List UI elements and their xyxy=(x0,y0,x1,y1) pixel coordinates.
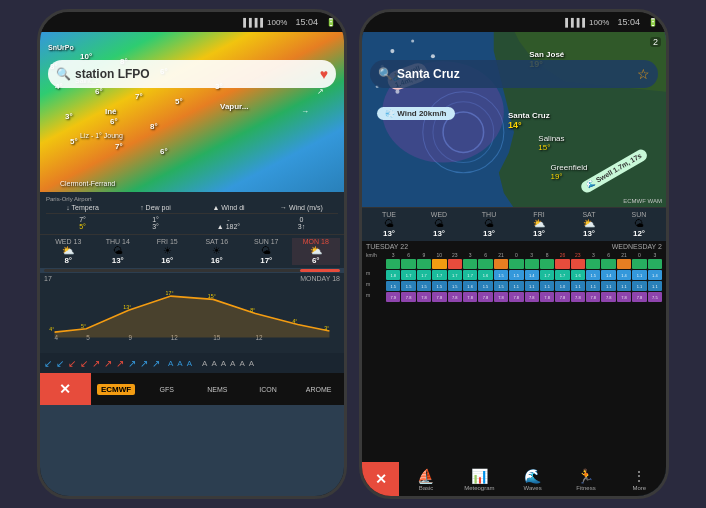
cell-1-3 xyxy=(417,259,431,269)
cell-1-9 xyxy=(509,259,523,269)
cell-1-13 xyxy=(571,259,585,269)
right-signal-pct: 100% xyxy=(589,18,609,27)
temp-dot-11: 8° xyxy=(150,122,158,131)
right-weather-map: 🏄 Swell1.4m, 8s 💨 Wind 20km/h 🌊 Swell 1.… xyxy=(362,32,666,207)
right-tab-close[interactable]: ✕ xyxy=(362,462,399,496)
c4-10: 7.8 xyxy=(525,292,539,302)
c3-4: 1.5 xyxy=(432,281,446,291)
r-forecast-sat: SAT ⛅ 13° xyxy=(564,211,614,238)
c3-3: 1.5 xyxy=(417,281,431,291)
svg-text:3°: 3° xyxy=(324,325,329,331)
c4-2: 7.8 xyxy=(401,292,415,302)
city-paris: Iné xyxy=(105,107,117,116)
band-cells-3: 1.5 1.5 1.5 1.5 1.5 1.6 1.5 1.5 1.1 1.1 … xyxy=(386,281,662,291)
right-battery: 🔋 xyxy=(648,18,658,27)
tab-gfs[interactable]: GFS xyxy=(141,373,192,405)
c4-14: 7.8 xyxy=(586,292,600,302)
left-phone: ▐▐▐▐ 100% 15:04 🔋 🔍 station LFPO ♥ 8° 10… xyxy=(37,9,347,499)
c3-16: 1.1 xyxy=(617,281,631,291)
right-tab-more[interactable]: ⋮ More xyxy=(613,462,666,496)
right-map-area[interactable]: 🏄 Swell1.4m, 8s 💨 Wind 20km/h 🌊 Swell 1.… xyxy=(362,32,666,207)
right-phone: ▐▐▐▐ 100% 15:04 🔋 🔍 Santa Cruz ☆ xyxy=(359,9,669,499)
c2-16: 1.4 xyxy=(617,270,631,280)
c4-11: 7.8 xyxy=(540,292,554,302)
right-search-text: Santa Cruz xyxy=(397,67,633,81)
val-temp2: 5° xyxy=(46,223,119,230)
c3-11: 1.1 xyxy=(540,281,554,291)
city-snl: SnUrPo xyxy=(48,44,74,51)
val-wind-dir2: ▲ 182° xyxy=(192,223,265,230)
c2-2: 1.7 xyxy=(401,270,415,280)
tab-close[interactable]: ✕ xyxy=(40,373,91,405)
tidal-title-right: WEDNESDAY 2 xyxy=(612,243,662,250)
icon-label: ICON xyxy=(259,386,277,393)
right-tab-fitness[interactable]: 🏃 Fitness xyxy=(559,462,612,496)
right-search-bar[interactable]: 🔍 Santa Cruz ☆ xyxy=(370,60,658,88)
t13: 23 xyxy=(571,252,585,258)
left-favorite-icon[interactable]: ♥ xyxy=(320,66,328,82)
right-tab-waves[interactable]: 🌊 Waves xyxy=(506,462,559,496)
c3-12: 1.0 xyxy=(555,281,569,291)
city-greenfield: Greenfield19° xyxy=(550,163,587,181)
nems-label: NEMS xyxy=(207,386,227,393)
tab-nems[interactable]: NEMS xyxy=(192,373,243,405)
wind-label-a4: A xyxy=(202,359,207,368)
cell-1-17 xyxy=(632,259,646,269)
c3-15: 1.1 xyxy=(601,281,615,291)
c3-9: 1.1 xyxy=(509,281,523,291)
left-map-area[interactable]: 8° 10° 8° 6° 4° 6° 7° 5° 3° 6° 8° 5° 7° … xyxy=(40,32,344,192)
svg-text:8°: 8° xyxy=(250,307,255,313)
right-tab-meteogram[interactable]: 📊 Meteogram xyxy=(453,462,506,496)
c4-7: 7.8 xyxy=(478,292,492,302)
val-dew2: 3° xyxy=(119,223,192,230)
right-tab-basic[interactable]: ⛵ Basic xyxy=(399,462,452,496)
svg-point-20 xyxy=(411,39,414,42)
time-numbers-row: km/h 3 6 9 10 23 3 6 21 0 3 8 26 xyxy=(366,252,662,258)
temp-dot-9: 3° xyxy=(65,112,73,121)
wind-arr-1: ↙ xyxy=(44,358,52,369)
t10: 3 xyxy=(525,252,539,258)
right-signal: ▐▐▐▐ xyxy=(562,18,585,27)
ecmwf-wam-label: ECMWF WAM xyxy=(623,198,662,204)
basic-label: Basic xyxy=(419,485,434,491)
r-forecast-wed: WED 🌤 13° xyxy=(414,211,464,238)
cell-1-5 xyxy=(448,259,462,269)
meteogram-label: Meteogram xyxy=(464,485,494,491)
left-search-icon: 🔍 xyxy=(56,67,71,81)
left-search-bar[interactable]: 🔍 station LFPO ♥ xyxy=(48,60,336,88)
t12: 26 xyxy=(555,252,569,258)
val-wind-spd2: 3↑ xyxy=(265,223,338,230)
tab-arome[interactable]: AROME xyxy=(293,373,344,405)
left-bottom-tabs: ✕ ECMWF GFS NEMS ICON AROME xyxy=(40,373,344,405)
right-screen: 🔍 Santa Cruz ☆ xyxy=(362,32,666,496)
close-x-icon: ✕ xyxy=(59,381,71,397)
left-wind-row: ↙ ↙ ↙ ↙ ↗ ↗ ↗ ↗ ↗ ↗ A A A A A A A A A xyxy=(40,353,344,373)
t3: 9 xyxy=(417,252,431,258)
c3-14: 1.1 xyxy=(586,281,600,291)
table-header: ↓ Tempera ↑ Dew poi ▲ Wind di → Wind (m/… xyxy=(46,204,338,214)
temp-dot-13: 7° xyxy=(115,142,123,151)
left-signal: ▐▐▐▐ xyxy=(240,18,263,27)
wind-label-a2: A xyxy=(177,359,182,368)
row2-label: m xyxy=(366,270,386,280)
right-search-icon: 🔍 xyxy=(378,67,393,81)
wind-barb-1: ↗ xyxy=(317,87,324,96)
tidal-header: TUESDAY 22 WEDNESDAY 2 xyxy=(366,243,662,250)
wind-label-a8: A xyxy=(239,359,244,368)
temp-dot-6: 6° xyxy=(95,87,103,96)
left-screen: 🔍 station LFPO ♥ 8° 10° 8° 6° 4° 6° 7° 5… xyxy=(40,32,344,496)
right-favorite-icon[interactable]: ☆ xyxy=(637,66,650,82)
t14: 3 xyxy=(586,252,600,258)
svg-text:4°: 4° xyxy=(49,326,54,332)
left-signal-pct: 100% xyxy=(267,18,287,27)
header-dew: ↑ Dew poi xyxy=(119,204,192,211)
c4-9: 7.8 xyxy=(509,292,523,302)
tab-icon[interactable]: ICON xyxy=(243,373,294,405)
chart-svg: 4 5 9 12 15 12 4° 5° 13° 17° 15° 8° xyxy=(44,283,340,343)
ecmwf-label: ECMWF xyxy=(97,384,135,395)
forecast-wed: WED 13 ⛅ 8° xyxy=(44,238,93,265)
table-row-2: 5° 3° ▲ 182° 3↑ xyxy=(46,223,338,230)
airport-label: Paris-Orly Airport xyxy=(46,196,338,202)
tab-ecmwf[interactable]: ECMWF xyxy=(91,373,142,405)
c3-8: 1.5 xyxy=(494,281,508,291)
